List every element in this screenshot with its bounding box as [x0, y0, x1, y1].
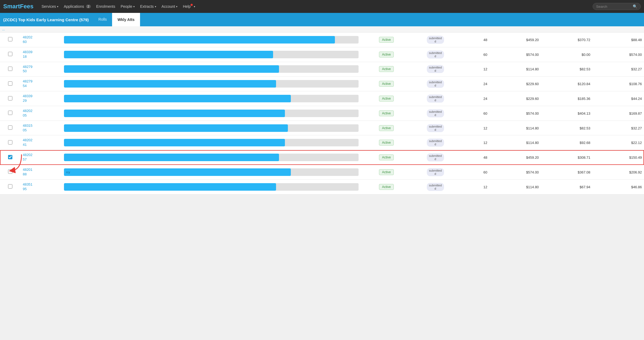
row-checkbox[interactable] — [8, 169, 12, 174]
status-badge: Active — [379, 125, 394, 131]
nav-item-people[interactable]: People ▾ — [118, 3, 138, 10]
row-bar-cell — [62, 150, 361, 165]
row-checkbox-cell — [0, 179, 21, 194]
subnav-tab-wkly-atts[interactable]: Wkly Atts — [112, 13, 140, 26]
status-badge: Active — [379, 110, 394, 116]
row-num-value: 12 — [483, 185, 487, 189]
row-amount3-cell: $22.12 — [592, 135, 644, 150]
row-num-cell: 60 — [459, 47, 489, 62]
row-id-link[interactable]: 4827954 — [23, 79, 60, 88]
row-amount3-value: $150.49 — [629, 155, 642, 160]
row-num-cell: 48 — [459, 150, 489, 165]
submitted-badge: submittedd — [427, 183, 444, 191]
progress-track — [64, 110, 359, 117]
table-row: 4833929 Active submittedd 24 $229.60 $18… — [0, 91, 644, 106]
table-row: 4833918 Active submittedd 60 $574.00 $0.… — [0, 47, 644, 62]
subnav-title: (ZCDC) Top Kids Early Learning Centre (5… — [3, 13, 93, 26]
row-checkbox[interactable] — [8, 67, 12, 71]
submitted-badge: submittedd — [427, 153, 444, 161]
row-checkbox[interactable] — [8, 96, 12, 100]
search-input[interactable] — [596, 5, 631, 9]
nav-item-services[interactable]: Services ▾ — [39, 3, 61, 10]
row-num-cell: 24 — [459, 77, 489, 91]
row-checkbox[interactable] — [8, 184, 12, 189]
row-checkbox[interactable] — [8, 81, 12, 86]
progress-track — [64, 139, 359, 146]
status-badge: Active — [379, 184, 394, 190]
row-status-cell: Active — [361, 32, 412, 47]
row-num-value: 48 — [483, 155, 487, 160]
row-amount2-value: $82.53 — [580, 67, 591, 71]
progress-track — [64, 65, 359, 73]
brand-logo[interactable]: SmartFees — [3, 3, 34, 10]
nav-item-help[interactable]: Help ▾ — [180, 3, 198, 10]
progress-fill — [64, 65, 279, 73]
row-amount2-value: $82.53 — [580, 126, 591, 130]
row-amount3-cell: $88.48 — [592, 32, 644, 47]
row-bar-cell — [62, 47, 361, 62]
row-submitted-cell: submittedd — [412, 135, 459, 150]
nav-item-account[interactable]: Account ▾ — [159, 3, 180, 10]
row-checkbox[interactable] — [8, 37, 12, 41]
row-amount1-value: $459.20 — [526, 38, 539, 42]
nav-item-applications[interactable]: Applications2 — [61, 3, 94, 10]
row-id-link[interactable]: 4820205 — [23, 109, 60, 118]
row-id-cell: 4820188 — [21, 165, 62, 180]
row-id-link[interactable]: 4833929 — [23, 94, 60, 103]
row-submitted-cell: submittedd — [412, 32, 459, 47]
row-amount1-cell: $114.80 — [489, 135, 541, 150]
row-amount3-cell: $150.49 — [592, 150, 644, 165]
row-num-cell: 12 — [459, 135, 489, 150]
row-id-link[interactable]: 4833918 — [23, 50, 60, 59]
main-table: 4820260 Active submittedd 48 $459.20 $37… — [0, 32, 644, 194]
search-icon[interactable]: 🔍 — [633, 4, 637, 9]
progress-fill — [64, 110, 285, 117]
row-amount1-cell: $229.60 — [489, 77, 541, 91]
submitted-badge: submittedd — [427, 109, 444, 117]
subnav-tab-rolls[interactable]: Rolls — [93, 13, 112, 26]
row-id-link[interactable]: 4820188 — [23, 168, 60, 177]
table-row: 4820241 Active submittedd 12 $114.80 $92… — [0, 135, 644, 150]
row-submitted-cell: submittedd — [412, 106, 459, 121]
row-checkbox[interactable] — [8, 111, 12, 115]
row-id-link[interactable]: 4835195 — [23, 182, 60, 191]
row-bar-cell — [62, 32, 361, 47]
status-badge: Active — [379, 169, 394, 175]
nav-item-extracts[interactable]: Extracts ▾ — [137, 3, 159, 10]
submitted-badge: submittedd — [427, 124, 444, 132]
row-submitted-cell: submittedd — [412, 91, 459, 106]
row-amount2-value: $308.71 — [578, 155, 590, 160]
status-badge: Active — [379, 81, 394, 87]
row-checkbox[interactable] — [8, 155, 12, 159]
row-amount2-value: $185.36 — [578, 97, 590, 101]
row-checkbox-cell — [0, 165, 21, 180]
row-submitted-cell: submittedd — [412, 47, 459, 62]
progress-fill — [64, 183, 276, 191]
progress-fill — [64, 95, 291, 102]
row-checkbox[interactable] — [8, 125, 12, 130]
row-checkbox[interactable] — [8, 140, 12, 144]
row-bar-cell — [62, 135, 361, 150]
nav-item-enrolments[interactable]: Enrolments — [94, 3, 118, 10]
row-id-link[interactable]: 4831505 — [23, 124, 60, 133]
row-submitted-cell: submittedd — [412, 77, 459, 91]
row-status-cell: Active — [361, 47, 412, 62]
row-amount3-cell: $46.86 — [592, 179, 644, 194]
row-id-link[interactable]: 4820257 — [23, 153, 60, 162]
row-id-link[interactable]: 4820241 — [23, 138, 60, 147]
row-checkbox[interactable] — [8, 52, 12, 56]
submitted-badge: submittedd — [427, 50, 444, 59]
table-row: 4827954 Active submittedd 24 $229.60 $12… — [0, 77, 644, 91]
row-amount3-value: $88.48 — [631, 38, 642, 42]
row-amount2-cell: $367.08 — [541, 165, 593, 180]
row-amount2-cell: $308.71 — [541, 150, 593, 165]
row-id-link[interactable]: 4827950 — [23, 65, 60, 74]
submitted-badge: submittedd — [427, 95, 444, 103]
progress-fill — [64, 154, 279, 161]
row-amount3-value: $206.92 — [629, 170, 642, 174]
row-id-link[interactable]: 4820260 — [23, 35, 60, 44]
table-row: 4820188 rcy Active submittedd 60 $574.00… — [0, 165, 644, 180]
row-amount3-cell: $206.92 — [592, 165, 644, 180]
row-num-value: 24 — [483, 97, 487, 101]
status-badge: Active — [379, 140, 394, 146]
